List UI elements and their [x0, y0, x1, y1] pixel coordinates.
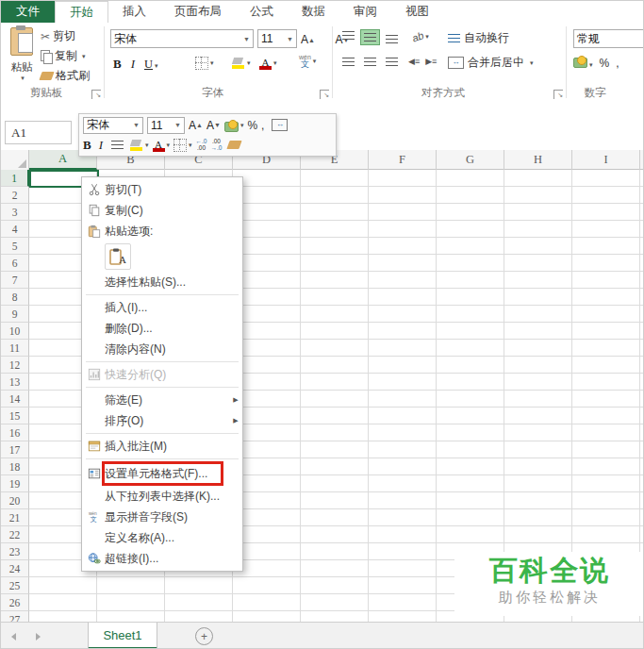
row-header-25[interactable]: 25 — [1, 577, 29, 594]
cell-f17[interactable] — [369, 441, 437, 458]
cell-g18[interactable] — [437, 458, 504, 475]
cell-g20[interactable] — [437, 492, 504, 509]
font-dialog-launcher-icon[interactable]: ↘ — [320, 90, 329, 99]
cell-f24[interactable] — [369, 560, 437, 577]
cell-e15[interactable] — [301, 408, 369, 424]
prev-sheet-button[interactable] — [1, 623, 25, 649]
mini-font-size-combo[interactable]: 11▼ — [147, 117, 185, 134]
mini-comma-style-button[interactable]: , — [261, 119, 264, 132]
cell-i18[interactable] — [572, 458, 640, 475]
cell-c27[interactable] — [165, 611, 233, 622]
mini-borders-button[interactable]: ▾ — [173, 139, 192, 152]
row-header-17[interactable]: 17 — [1, 441, 29, 458]
fill-color-button[interactable]: ▾ — [232, 57, 251, 69]
decrease-indent-icon[interactable]: ◀≡ — [408, 57, 420, 66]
merge-center-button[interactable]: ↔ 合并后居中 ▾ — [448, 55, 534, 71]
row-header-10[interactable]: 10 — [1, 323, 29, 340]
context-menu-item[interactable]: 复制(C) — [82, 200, 242, 221]
cell-h1[interactable] — [504, 170, 572, 187]
cell-g9[interactable] — [437, 306, 504, 323]
cell-i19[interactable] — [572, 475, 640, 492]
cell-e21[interactable] — [301, 509, 369, 526]
cell-e17[interactable] — [301, 441, 369, 458]
cell-c25[interactable] — [165, 577, 233, 594]
cell-i21[interactable] — [572, 509, 640, 526]
context-menu-item[interactable]: 删除(D)... — [82, 318, 242, 339]
cell-a26[interactable] — [29, 594, 97, 611]
cell-f27[interactable] — [369, 611, 437, 622]
row-header-20[interactable]: 20 — [1, 492, 29, 509]
cell-i14[interactable] — [572, 391, 640, 408]
cell-i17[interactable] — [572, 441, 640, 458]
cell-g17[interactable] — [437, 441, 504, 458]
cell-f23[interactable] — [369, 543, 437, 560]
cell-h5[interactable] — [504, 238, 572, 255]
copy-button[interactable]: 复制 ▾ — [41, 48, 86, 64]
cell-e1[interactable] — [301, 170, 369, 187]
mini-increase-decimal-button[interactable]: .00→.0 — [210, 139, 222, 151]
cell-h12[interactable] — [504, 357, 572, 374]
cell-i6[interactable] — [572, 255, 640, 272]
select-all-corner[interactable] — [1, 150, 29, 170]
row-header-12[interactable]: 12 — [1, 357, 29, 374]
cell-b27[interactable] — [97, 611, 165, 622]
context-menu-item[interactable]: 排序(O)▶ — [82, 410, 242, 431]
cell-g11[interactable] — [437, 340, 504, 357]
cell-a25[interactable] — [29, 577, 97, 594]
cell-f21[interactable] — [369, 509, 437, 526]
cell-b25[interactable] — [97, 577, 165, 594]
tab-view[interactable]: 视图 — [391, 1, 443, 23]
cell-f22[interactable] — [369, 526, 437, 543]
cell-i13[interactable] — [572, 374, 640, 391]
cell-f18[interactable] — [369, 458, 437, 475]
cell-h7[interactable] — [504, 272, 572, 289]
mini-align-center-icon[interactable] — [111, 141, 124, 149]
mini-decrease-decimal-button[interactable]: ←.0.00 — [196, 139, 207, 151]
mini-grow-font-button[interactable]: A▲ — [189, 119, 203, 132]
phonetic-guide-button[interactable]: wén文▾ — [299, 54, 316, 69]
cell-e26[interactable] — [301, 594, 369, 611]
cell-i9[interactable] — [572, 306, 640, 323]
grow-font-button[interactable]: A▲ — [301, 33, 315, 46]
cell-e10[interactable] — [301, 323, 369, 340]
cell-h14[interactable] — [504, 391, 572, 408]
row-header-3[interactable]: 3 — [1, 204, 29, 221]
accounting-format-button[interactable]: ▾ — [573, 56, 593, 70]
cell-e5[interactable] — [301, 238, 369, 255]
cell-g5[interactable] — [437, 238, 504, 255]
font-color-button[interactable]: A▾ — [259, 57, 277, 69]
cell-e9[interactable] — [301, 306, 369, 323]
cell-f9[interactable] — [369, 306, 437, 323]
cell-h18[interactable] — [504, 458, 572, 475]
cell-f14[interactable] — [369, 391, 437, 408]
row-header-6[interactable]: 6 — [1, 255, 29, 272]
context-menu-item[interactable]: 插入(I)... — [82, 297, 242, 318]
next-sheet-button[interactable] — [25, 623, 50, 649]
cell-i5[interactable] — [572, 238, 640, 255]
row-header-9[interactable]: 9 — [1, 306, 29, 323]
tab-home[interactable]: 开始 — [55, 1, 108, 24]
cell-f12[interactable] — [369, 357, 437, 374]
cell-f26[interactable] — [369, 594, 437, 611]
align-right-button[interactable] — [382, 54, 402, 70]
cell-i11[interactable] — [572, 340, 640, 357]
cell-i20[interactable] — [572, 492, 640, 509]
cell-c26[interactable] — [165, 594, 233, 611]
cell-e6[interactable] — [301, 255, 369, 272]
orientation-button[interactable]: ab▾ — [412, 31, 429, 42]
align-left-button[interactable] — [339, 54, 358, 70]
cell-e7[interactable] — [301, 272, 369, 289]
cell-h8[interactable] — [504, 289, 572, 306]
row-header-22[interactable]: 22 — [1, 526, 29, 543]
row-header-2[interactable]: 2 — [1, 187, 29, 204]
cell-e3[interactable] — [301, 204, 369, 221]
cell-g13[interactable] — [437, 374, 504, 391]
font-name-combo[interactable]: 宋体▼ — [110, 29, 254, 48]
cell-h16[interactable] — [504, 424, 572, 441]
add-sheet-button[interactable]: + — [195, 627, 213, 645]
cell-i1[interactable] — [572, 170, 640, 187]
column-header-h[interactable]: H — [504, 150, 572, 170]
sheet-tab-sheet1[interactable]: Sheet1 — [88, 623, 157, 649]
cell-g14[interactable] — [437, 391, 504, 408]
cell-f2[interactable] — [369, 187, 437, 204]
